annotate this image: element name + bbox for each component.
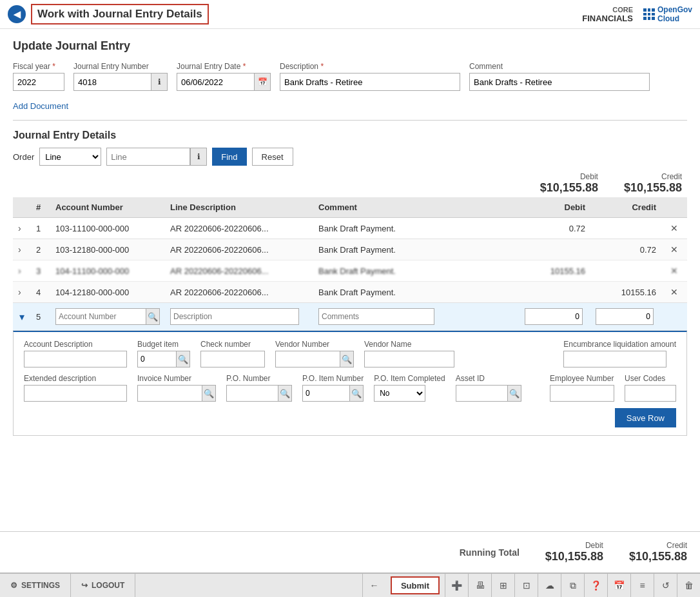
row-5-debit-input[interactable] (525, 308, 583, 325)
vendor-number-label: Vendor Number (275, 340, 354, 349)
budget-item-input[interactable] (137, 351, 176, 367)
order-select[interactable]: Line Account Description (39, 148, 101, 166)
vendor-name-input[interactable] (364, 351, 454, 367)
check-number-input[interactable] (200, 351, 265, 367)
row-5-comment-input[interactable] (318, 308, 434, 325)
account-desc-field: Account Description (24, 340, 127, 367)
find-button[interactable]: Find (212, 148, 246, 166)
grid-button[interactable]: ⊞ (491, 573, 514, 597)
row-1-comment: Bank Draft Payment. (313, 218, 520, 239)
cloud-button[interactable]: ☁ (538, 573, 561, 597)
back-button[interactable]: ← (362, 573, 385, 597)
delete-row-2[interactable]: ✕ (666, 243, 682, 256)
je-date-input-group: 📅 (177, 73, 271, 91)
budget-item-search-btn[interactable]: 🔍 (176, 351, 190, 367)
delete-row-4[interactable]: ✕ (666, 286, 682, 298)
row-4-account: 104-12180-000-000 (50, 282, 165, 303)
submit-button[interactable]: Submit (391, 576, 440, 594)
je-number-info-icon[interactable]: ℹ (151, 73, 168, 91)
calendar-button[interactable]: 📅 (607, 573, 630, 597)
fiscal-year-input[interactable] (13, 73, 64, 91)
po-item-number-search-btn[interactable]: 🔍 (349, 385, 364, 402)
extended-desc-input[interactable] (24, 385, 127, 402)
th-account-number: Account Number (50, 197, 165, 218)
refresh-button[interactable]: ↺ (654, 573, 677, 597)
row-3-debit: 10155.16 (520, 260, 590, 282)
logout-button[interactable]: ↪ LOGOUT (71, 573, 135, 597)
expand-row-4[interactable]: › (18, 287, 21, 297)
row-5-desc-input[interactable] (170, 308, 299, 325)
extended-desc-field: Extended description (24, 374, 127, 402)
asset-id-input[interactable] (456, 385, 507, 402)
line-input[interactable] (106, 148, 190, 166)
print-button[interactable]: 🖶 (468, 573, 491, 597)
invoice-number-field: Invoice Number 🔍 (137, 374, 216, 402)
invoice-number-search: 🔍 (137, 385, 216, 402)
table-body: › 1 103-11100-000-000 AR 20220606-202206… (13, 218, 687, 331)
expand-row-3[interactable]: › (18, 266, 21, 276)
invoice-number-search-btn[interactable]: 🔍 (202, 385, 216, 402)
settings-button[interactable]: ⚙ SETTINGS (0, 573, 71, 597)
vendor-number-search-btn[interactable]: 🔍 (340, 351, 354, 367)
help-button[interactable]: ❓ (584, 573, 607, 597)
settings-gear-icon: ⚙ (10, 581, 17, 590)
row-5-desc-cell (165, 303, 313, 331)
delete-button[interactable]: 🗑 (677, 573, 700, 597)
asset-id-search-btn[interactable]: 🔍 (507, 385, 521, 402)
line-info-icon[interactable]: ℹ (190, 148, 207, 166)
description-input[interactable] (280, 73, 460, 91)
th-comment: Comment (313, 197, 520, 218)
invoice-number-input[interactable] (137, 385, 202, 402)
account-number-input[interactable] (55, 308, 146, 325)
row-2-credit: 0.72 (590, 239, 661, 260)
comment-input[interactable] (469, 73, 650, 91)
delete-row-1[interactable]: ✕ (666, 222, 682, 235)
total-credit: Credit $10,155.88 (624, 172, 682, 195)
opengov-brand: OpenGov Cloud (643, 5, 692, 24)
comment-label: Comment (469, 62, 650, 71)
je-details-title: Journal Entry Details (13, 130, 687, 141)
po-number-input[interactable] (226, 385, 278, 402)
fiscal-year-field: Fiscal year * (13, 62, 64, 91)
je-date-input[interactable] (177, 73, 254, 91)
th-credit: Credit (590, 197, 661, 218)
po-number-field: P.O. Number 🔍 (226, 374, 292, 402)
user-codes-field: User Codes (625, 374, 676, 402)
account-desc-input[interactable] (24, 351, 127, 367)
expand-row-5-icon[interactable]: ▾ (19, 311, 24, 322)
vendor-number-input[interactable] (275, 351, 340, 367)
je-date-label: Journal Entry Date * (177, 62, 271, 71)
logout-icon: ↪ (81, 581, 88, 590)
po-number-search-btn[interactable]: 🔍 (278, 385, 292, 402)
table-row: › 2 103-12180-000-000 AR 20220606-202206… (13, 239, 687, 260)
save-row-button[interactable]: Save Row (615, 408, 676, 427)
je-date-calendar-icon[interactable]: 📅 (254, 73, 271, 91)
po-item-number-input[interactable] (302, 385, 349, 402)
expand-row-2[interactable]: › (18, 244, 21, 255)
delete-row-3[interactable]: ✕ (666, 264, 682, 277)
reset-button[interactable]: Reset (252, 148, 293, 166)
detail-form: Account Description Budget item 🔍 Check … (13, 331, 687, 436)
row-3-desc: AR 20220606-20220606... (165, 260, 313, 282)
expand-row-1[interactable]: › (18, 223, 21, 233)
po-item-completed-select[interactable]: No Yes (374, 385, 425, 402)
menu-button[interactable]: ≡ (630, 573, 654, 597)
je-number-input[interactable] (73, 73, 151, 91)
th-delete (661, 197, 687, 218)
vendor-number-field: Vendor Number 🔍 (275, 340, 354, 367)
table-row: › 3 104-11100-000-000 AR 20220606-202206… (13, 260, 687, 282)
encumbrance-input[interactable] (563, 351, 666, 367)
row-5-credit-input[interactable] (596, 308, 654, 325)
export-button[interactable]: ⊡ (514, 573, 538, 597)
employee-number-input[interactable] (550, 385, 614, 402)
copy-button[interactable]: ⧉ (561, 573, 584, 597)
row-3-num: 3 (31, 260, 50, 282)
user-codes-input[interactable] (625, 385, 676, 402)
account-number-search: 🔍 (55, 308, 160, 325)
account-number-search-btn[interactable]: 🔍 (146, 308, 160, 325)
header-right: CORE FINANCIALS OpenGov Cloud (582, 5, 692, 24)
row-3-account: 104-11100-000-000 (50, 260, 165, 282)
add-button[interactable]: ➕ (445, 573, 468, 597)
add-document-link[interactable]: Add Document (13, 101, 68, 111)
check-number-label: Check number (200, 340, 265, 349)
